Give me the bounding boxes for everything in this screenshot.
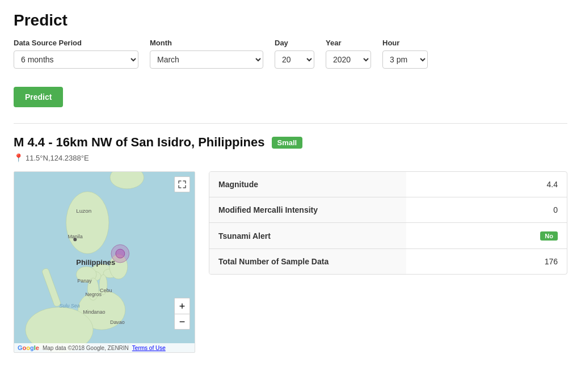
data-source-select[interactable]: 1 month 3 months 6 months 12 months 24 m… (14, 50, 138, 69)
svg-text:Philippines: Philippines (76, 258, 115, 267)
sample-data-value: 176 (406, 249, 567, 275)
svg-point-17 (73, 238, 77, 241)
table-row: Magnitude 4.4 (209, 172, 567, 197)
page-title: Predict (14, 11, 567, 29)
data-source-label: Data Source Period (14, 39, 138, 47)
hour-select[interactable]: 12 am1 am2 am3 am 4 am5 am6 am7 am 8 am9… (382, 50, 428, 69)
magnitude-value: 4.4 (406, 172, 567, 197)
result-data-table: Magnitude 4.4 Modified Mercalli Intensit… (209, 171, 567, 275)
hour-group: Hour 12 am1 am2 am3 am 4 am5 am6 am7 am … (382, 39, 428, 69)
svg-text:Panay: Panay (77, 278, 92, 284)
svg-text:Luzon: Luzon (76, 208, 91, 214)
month-select[interactable]: January February March April May June Ju… (150, 50, 263, 69)
controls-row: Data Source Period 1 month 3 months 6 mo… (14, 39, 567, 69)
svg-text:Cebu: Cebu (100, 288, 112, 293)
map-expand-button[interactable] (174, 176, 190, 192)
coordinates-row: 📍 11.5°N,124.2388°E (14, 153, 567, 162)
hour-label: Hour (382, 39, 428, 47)
map-zoom-in-button[interactable]: + (174, 298, 190, 314)
month-group: Month January February March April May J… (150, 39, 263, 69)
map-terms-link[interactable]: Terms of Use (132, 345, 166, 351)
svg-point-24 (116, 249, 125, 258)
size-badge: Small (272, 137, 303, 149)
tsunami-badge: No (540, 231, 558, 241)
table-row: Tsunami Alert No (209, 223, 567, 249)
magnitude-label: Magnitude (209, 172, 406, 197)
year-select[interactable]: 2018 2019 2020 2021 2022 (326, 50, 371, 69)
pin-icon: 📍 (14, 153, 23, 162)
predict-button[interactable]: Predict (14, 87, 63, 107)
svg-text:Mindanao: Mindanao (83, 309, 105, 315)
day-group: Day 12345 678910 1112131415 16171819 20 … (275, 39, 314, 69)
tsunami-label: Tsunami Alert (209, 223, 406, 249)
result-title: M 4.4 - 16km NW of San Isidro, Philippin… (14, 135, 265, 150)
tsunami-value: No (406, 223, 567, 249)
svg-text:Davao: Davao (110, 319, 125, 325)
day-select[interactable]: 12345 678910 1112131415 16171819 20 2122… (275, 50, 314, 69)
result-content: Sulu Sea Philippines Luzon Manila Panay … (14, 171, 567, 353)
google-logo: Google (18, 344, 39, 351)
coordinates-text: 11.5°N,124.2388°E (26, 154, 89, 162)
svg-point-1 (66, 192, 109, 254)
map-zoom-controls: + − (174, 298, 190, 330)
table-row: Total Number of Sample Data 176 (209, 249, 567, 275)
result-title-row: M 4.4 - 16km NW of San Isidro, Philippin… (14, 135, 567, 150)
map-footer: Google Map data ©2018 Google, ZENRIN Ter… (14, 343, 195, 352)
map-container: Sulu Sea Philippines Luzon Manila Panay … (14, 171, 195, 353)
sample-data-label: Total Number of Sample Data (209, 249, 406, 275)
month-label: Month (150, 39, 263, 47)
year-group: Year 2018 2019 2020 2021 2022 (326, 39, 371, 69)
svg-text:Sulu Sea: Sulu Sea (60, 303, 80, 309)
map-svg: Sulu Sea Philippines Luzon Manila Panay … (14, 172, 195, 352)
mmi-value: 0 (406, 197, 567, 223)
map-zoom-out-button[interactable]: − (174, 314, 190, 330)
data-source-group: Data Source Period 1 month 3 months 6 mo… (14, 39, 138, 69)
map-data-text: Map data ©2018 Google, ZENRIN (43, 345, 129, 351)
mmi-label: Modified Mercalli Intensity (209, 197, 406, 223)
day-label: Day (275, 39, 314, 47)
year-label: Year (326, 39, 371, 47)
section-divider (14, 123, 567, 124)
table-row: Modified Mercalli Intensity 0 (209, 197, 567, 223)
svg-text:Negros: Negros (85, 292, 102, 297)
